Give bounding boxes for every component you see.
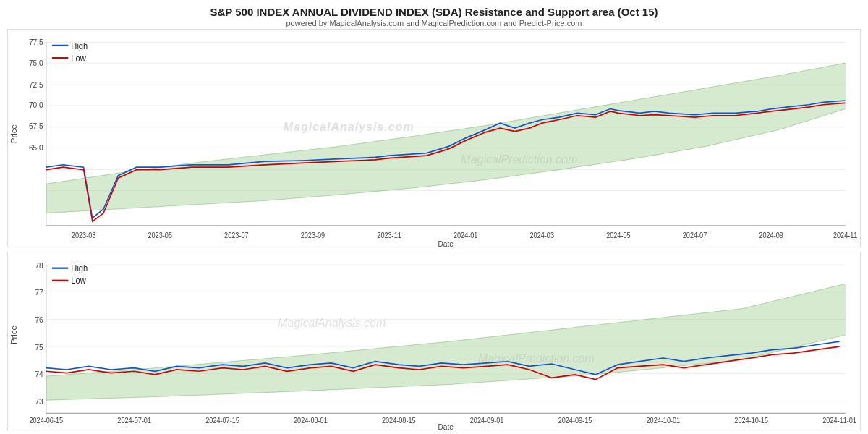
svg-text:70.0: 70.0 — [29, 101, 43, 110]
svg-text:2023-05: 2023-05 — [148, 231, 172, 240]
svg-text:67.5: 67.5 — [29, 122, 43, 131]
page-subtitle: powered by MagicalAnalysis.com and Magic… — [0, 19, 868, 27]
svg-text:2024-05: 2024-05 — [606, 231, 631, 240]
svg-text:2024-03: 2024-03 — [530, 231, 555, 240]
svg-text:74: 74 — [35, 369, 43, 378]
svg-text:75: 75 — [35, 342, 43, 352]
svg-text:75.0: 75.0 — [29, 58, 43, 67]
svg-text:2023-11: 2023-11 — [377, 231, 401, 240]
svg-text:2024-10-01: 2024-10-01 — [647, 416, 681, 425]
svg-rect-34 — [52, 57, 68, 59]
svg-text:2024-11-01: 2024-11-01 — [822, 416, 856, 425]
svg-text:Low: Low — [71, 53, 86, 64]
page-container: S&P 500 INDEX ANNUAL DIVIDEND INDEX (SDA… — [0, 0, 868, 434]
chart2-svg: 78 77 76 75 74 73 Price 2024-06-15 2024-… — [8, 252, 860, 430]
svg-text:Low: Low — [71, 275, 86, 286]
svg-text:77.5: 77.5 — [29, 37, 43, 46]
svg-text:2023-09: 2023-09 — [301, 231, 326, 240]
svg-text:Date: Date — [438, 239, 454, 247]
svg-text:73: 73 — [35, 396, 43, 406]
svg-text:2024-08-15: 2024-08-15 — [382, 416, 416, 425]
svg-rect-32 — [52, 45, 68, 46]
chart1-wrapper: 77.5 75.0 72.5 70.0 67.5 65.0 Price 2023… — [7, 29, 861, 247]
svg-text:2024-06-15: 2024-06-15 — [29, 416, 63, 425]
svg-text:76: 76 — [35, 315, 43, 324]
chart2-wrapper: 78 77 76 75 74 73 Price 2024-06-15 2024-… — [7, 252, 861, 430]
svg-text:High: High — [71, 41, 88, 51]
svg-text:2024-07-01: 2024-07-01 — [117, 416, 151, 425]
svg-text:2024-09-15: 2024-09-15 — [558, 416, 592, 425]
svg-text:2023-03: 2023-03 — [72, 231, 96, 240]
chart1-svg: 77.5 75.0 72.5 70.0 67.5 65.0 Price 2023… — [8, 30, 860, 247]
svg-rect-65 — [52, 267, 68, 268]
svg-text:2024-10-15: 2024-10-15 — [734, 416, 768, 425]
svg-text:2024-01: 2024-01 — [454, 231, 478, 240]
svg-text:2024-07: 2024-07 — [683, 231, 707, 240]
svg-text:2024-08-01: 2024-08-01 — [294, 416, 328, 425]
page-title: S&P 500 INDEX ANNUAL DIVIDEND INDEX (SDA… — [0, 6, 868, 18]
svg-text:65.0: 65.0 — [29, 143, 43, 153]
svg-text:77: 77 — [35, 288, 43, 297]
svg-text:78: 78 — [35, 260, 43, 270]
header: S&P 500 INDEX ANNUAL DIVIDEND INDEX (SDA… — [0, 0, 868, 29]
svg-text:2024-09-01: 2024-09-01 — [470, 416, 504, 425]
svg-text:High: High — [71, 263, 88, 273]
charts-container: 77.5 75.0 72.5 70.0 67.5 65.0 Price 2023… — [0, 29, 868, 434]
svg-text:Price: Price — [10, 326, 18, 344]
svg-text:72.5: 72.5 — [29, 80, 43, 89]
svg-text:Date: Date — [438, 422, 454, 430]
svg-marker-64 — [46, 284, 846, 400]
svg-text:2024-09: 2024-09 — [759, 231, 783, 240]
svg-text:2023-07: 2023-07 — [224, 231, 249, 240]
svg-rect-67 — [52, 279, 68, 281]
svg-text:2024-07-15: 2024-07-15 — [205, 416, 239, 425]
svg-text:2024-11: 2024-11 — [833, 231, 858, 240]
svg-text:Price: Price — [10, 124, 18, 143]
